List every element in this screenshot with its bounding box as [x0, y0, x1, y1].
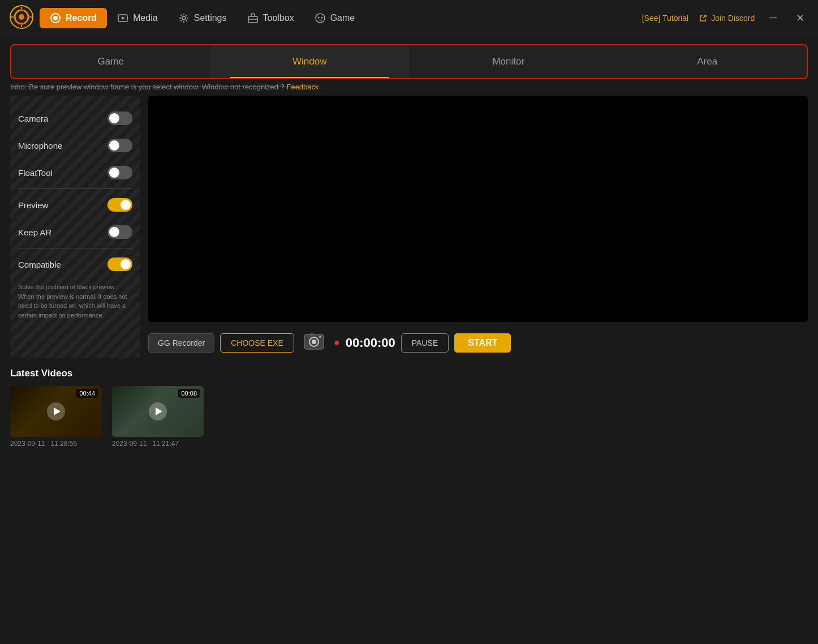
divider-2 — [18, 248, 132, 248]
compatible-label: Compatible — [18, 260, 61, 269]
video-thumbs-container: 00:44 2023-09-11 11:28:55 00:08 2023-09-… — [10, 386, 808, 448]
timer-display: 00:00:00 — [346, 336, 395, 350]
exe-name-display: GG Recorder — [148, 333, 214, 353]
keep-ar-label: Keep AR — [18, 227, 51, 237]
record-icon — [50, 12, 61, 24]
svg-rect-20 — [310, 333, 313, 336]
pause-button[interactable]: PAUSE — [401, 333, 449, 353]
video-play-button-2[interactable] — [149, 402, 167, 420]
video-item-2: 00:08 2023-09-11 11:21:47 — [112, 386, 204, 448]
microphone-label: Microphone — [18, 141, 62, 151]
screenshot-icon — [302, 330, 326, 354]
video-thumb-1[interactable]: 00:44 — [10, 386, 102, 437]
preview-label: Preview — [18, 200, 48, 210]
join-discord-link[interactable]: Join Discord — [699, 14, 755, 23]
nav-record-button[interactable]: Record — [40, 8, 107, 28]
titlebar-right: [See] Tutorial Join Discord ─ ✕ — [642, 10, 809, 27]
microphone-toggle-row: Microphone — [18, 132, 132, 159]
video-thumb-2[interactable]: 00:08 — [112, 386, 204, 437]
compatible-toggle-row: Compatible — [18, 251, 132, 278]
video-play-button-1[interactable] — [47, 402, 65, 420]
floattool-label: FloatTool — [18, 168, 53, 178]
toolbox-icon — [247, 12, 259, 24]
nav-toolbox-button[interactable]: Toolbox — [237, 8, 304, 28]
nav-game-button[interactable]: Game — [304, 8, 365, 28]
svg-point-16 — [321, 16, 322, 18]
start-button[interactable]: START — [454, 333, 511, 353]
close-button[interactable]: ✕ — [791, 10, 809, 27]
choose-exe-button[interactable]: CHOOSE EXE — [220, 333, 294, 353]
svg-point-11 — [182, 16, 186, 20]
svg-marker-10 — [122, 16, 125, 20]
titlebar: Record Media Settings Toolbox — [0, 0, 818, 36]
left-sidebar: Camera Microphone FloatTool — [10, 96, 140, 358]
tab-game[interactable]: Game — [11, 45, 210, 78]
svg-point-15 — [317, 16, 319, 18]
tab-area[interactable]: Area — [608, 45, 807, 78]
preview-toggle-row: Preview — [18, 191, 132, 218]
keep-ar-toggle[interactable] — [107, 225, 132, 239]
svg-point-19 — [312, 340, 316, 344]
divider-1 — [18, 188, 132, 189]
nav-settings-button[interactable]: Settings — [168, 8, 237, 28]
game-icon — [315, 12, 326, 24]
preview-video — [148, 96, 808, 322]
tutorial-link[interactable]: [See] Tutorial — [642, 14, 689, 23]
floattool-toggle-row: FloatTool — [18, 159, 132, 186]
compatible-toggle[interactable] — [107, 257, 132, 271]
preview-toggle[interactable] — [107, 198, 132, 212]
rec-dot: ● — [334, 337, 340, 349]
feedback-link[interactable]: Feedback — [286, 83, 318, 91]
preview-area: GG Recorder CHOOSE EXE ● 00:00:00 PAUSE … — [148, 96, 808, 358]
latest-videos-title: Latest Videos — [10, 368, 808, 379]
intro-message: Intro: Be sure preview window frame is y… — [10, 83, 808, 91]
video-meta-1: 2023-09-11 11:28:55 — [10, 440, 77, 448]
minimize-button[interactable]: ─ — [765, 10, 781, 26]
tab-bar: Game Window Monitor Area — [10, 44, 808, 79]
svg-point-21 — [319, 336, 321, 338]
settings-icon — [178, 12, 190, 24]
floattool-toggle[interactable] — [107, 166, 132, 179]
video-item-1: 00:44 2023-09-11 11:28:55 — [10, 386, 102, 448]
app-logo — [9, 5, 34, 32]
camera-toggle[interactable] — [107, 111, 132, 125]
video-meta-2: 2023-09-11 11:21:47 — [112, 440, 179, 448]
external-link-icon — [699, 14, 708, 23]
keep-ar-toggle-row: Keep AR — [18, 218, 132, 246]
camera-label: Camera — [18, 114, 48, 123]
compatible-note: Solve the problem of black preview. When… — [18, 282, 132, 320]
media-icon — [117, 12, 128, 24]
record-controls: GG Recorder CHOOSE EXE ● 00:00:00 PAUSE … — [148, 328, 808, 358]
nav-media-button[interactable]: Media — [107, 8, 168, 28]
screenshot-button[interactable] — [300, 328, 328, 358]
svg-point-14 — [316, 14, 325, 23]
camera-toggle-row: Camera — [18, 105, 132, 132]
tab-window[interactable]: Window — [210, 45, 410, 78]
svg-point-8 — [53, 16, 58, 20]
microphone-toggle[interactable] — [107, 139, 132, 152]
video-duration-2: 00:08 — [178, 389, 200, 398]
latest-videos-section: Latest Videos 00:44 2023-09-11 11:28:55 … — [10, 368, 808, 448]
main-content: Camera Microphone FloatTool — [10, 96, 808, 358]
svg-point-2 — [19, 14, 24, 20]
tab-monitor[interactable]: Monitor — [409, 45, 608, 78]
video-duration-1: 00:44 — [76, 389, 98, 398]
